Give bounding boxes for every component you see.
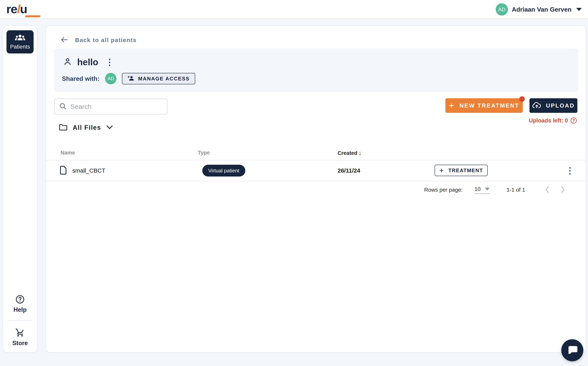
table-row[interactable]: small_CBCT Virtual patient 26/11/24 + TR… bbox=[46, 160, 586, 181]
search-box bbox=[54, 99, 167, 114]
back-link-label: Back to all patients bbox=[75, 37, 137, 43]
table-header: Name Type Created ↓ bbox=[46, 150, 586, 160]
table-divider bbox=[46, 181, 586, 181]
treatment-label: TREATMENT bbox=[448, 168, 483, 174]
previous-page-icon[interactable] bbox=[544, 186, 550, 194]
file-type-badge: Virtual patient bbox=[202, 165, 245, 176]
plus-icon: + bbox=[449, 101, 454, 110]
help-icon bbox=[15, 295, 25, 305]
row-kebab-menu-icon[interactable]: ⋮ bbox=[564, 166, 576, 175]
shared-with-row: Shared with: AD MANAGE ACCESS bbox=[62, 73, 195, 84]
user-name: Adriaan Van Gerven bbox=[512, 6, 572, 13]
pagination-nav bbox=[544, 186, 566, 194]
arrow-left-icon bbox=[60, 37, 68, 44]
back-to-patients-link[interactable]: Back to all patients bbox=[60, 37, 137, 44]
uploads-left-text: Uploads left: 0 bbox=[529, 117, 568, 124]
created-date: 26/11/24 bbox=[338, 160, 360, 181]
treatment-button[interactable]: + TREATMENT bbox=[435, 165, 488, 176]
search-icon bbox=[59, 102, 67, 111]
column-header-name[interactable]: Name bbox=[60, 150, 75, 156]
plus-icon: + bbox=[439, 166, 444, 175]
rows-per-page-value: 10 bbox=[474, 186, 481, 192]
chat-button[interactable] bbox=[561, 339, 583, 361]
action-buttons: + NEW TREATMENT UPLOAD bbox=[445, 98, 577, 113]
upload-label: UPLOAD bbox=[546, 102, 575, 109]
shared-avatar[interactable]: AD bbox=[105, 73, 117, 84]
notification-dot bbox=[519, 96, 525, 102]
new-treatment-button[interactable]: + NEW TREATMENT bbox=[445, 98, 523, 113]
chat-bubble-icon bbox=[566, 344, 578, 356]
patient-name: hello bbox=[77, 57, 98, 68]
avatar: AD bbox=[496, 3, 508, 15]
rows-per-page-select[interactable]: 10 bbox=[474, 186, 490, 194]
file-name-cell: small_CBCT bbox=[60, 160, 105, 181]
sidebar-item-label: Store bbox=[12, 340, 28, 347]
cart-icon bbox=[15, 328, 25, 338]
folder-icon bbox=[59, 123, 67, 132]
manage-access-label: MANAGE ACCESS bbox=[138, 76, 190, 82]
patient-kebab-menu-icon[interactable]: ⋮ bbox=[103, 58, 116, 66]
logo-underline-icon bbox=[25, 15, 41, 17]
pagination-bar: Rows per page: 10 1-1 of 1 bbox=[424, 186, 566, 194]
column-header-created[interactable]: Created ↓ bbox=[338, 150, 361, 156]
file-name: small_CBCT bbox=[72, 167, 105, 174]
column-header-created-label: Created bbox=[338, 150, 357, 156]
patient-title-row: hello ⋮ bbox=[63, 57, 116, 68]
uploads-left-status: Uploads left: 0 bbox=[529, 117, 577, 124]
relu-logo[interactable]: relu bbox=[6, 1, 27, 17]
pagination-range: 1-1 of 1 bbox=[507, 187, 525, 193]
sidebar: Patients Help Store bbox=[3, 25, 37, 353]
next-page-icon[interactable] bbox=[560, 186, 566, 194]
sidebar-footer: Help Store bbox=[3, 295, 37, 347]
manage-access-button[interactable]: MANAGE ACCESS bbox=[122, 73, 195, 84]
patient-info-card: hello ⋮ Shared with: AD MANAGE ACCESS bbox=[54, 49, 578, 92]
sidebar-item-label: Help bbox=[13, 306, 27, 313]
main-panel: Back to all patients hello ⋮ Shared with… bbox=[45, 25, 586, 353]
sort-descending-icon: ↓ bbox=[359, 150, 361, 156]
file-filter-label: All Files bbox=[73, 124, 101, 131]
sidebar-item-patients[interactable]: Patients bbox=[7, 30, 34, 53]
file-filter-dropdown[interactable]: All Files bbox=[59, 123, 113, 132]
top-bar: relu AD Adriaan Van Gerven bbox=[0, 0, 588, 19]
chevron-down-icon bbox=[576, 8, 582, 11]
question-circle-icon[interactable] bbox=[570, 117, 577, 124]
sidebar-divider bbox=[7, 320, 33, 321]
sidebar-item-label: Patients bbox=[10, 44, 30, 50]
shared-with-label: Shared with: bbox=[62, 75, 100, 82]
sidebar-item-help[interactable]: Help bbox=[13, 295, 27, 313]
user-menu[interactable]: AD Adriaan Van Gerven bbox=[496, 0, 582, 19]
chevron-down-icon bbox=[106, 125, 113, 130]
search-input[interactable] bbox=[70, 103, 163, 110]
app-window: relu AD Adriaan Van Gerven Patients Help bbox=[0, 0, 588, 366]
column-header-type[interactable]: Type bbox=[198, 150, 210, 156]
person-icon bbox=[63, 57, 72, 67]
logo-text: re bbox=[6, 2, 17, 16]
new-treatment-label: NEW TREATMENT bbox=[460, 102, 519, 109]
cloud-upload-icon bbox=[532, 102, 541, 109]
upload-button[interactable]: UPLOAD bbox=[529, 98, 577, 113]
rows-per-page-label: Rows per page: bbox=[424, 187, 463, 193]
sidebar-item-store[interactable]: Store bbox=[12, 328, 28, 347]
groups-icon bbox=[15, 34, 25, 42]
chevron-down-icon bbox=[485, 188, 490, 191]
file-icon bbox=[60, 166, 67, 175]
person-add-icon bbox=[127, 75, 135, 82]
row-kebab-container: ⋮ bbox=[564, 160, 576, 181]
